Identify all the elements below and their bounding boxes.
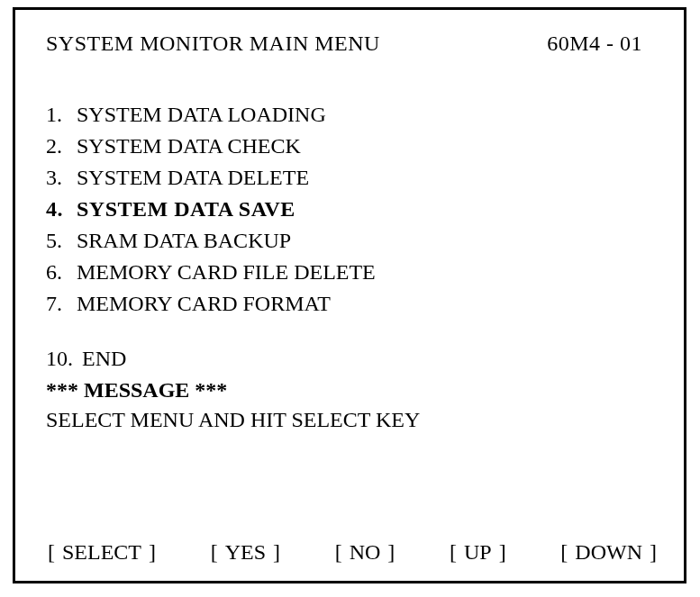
menu-item-system-data-loading[interactable]: 1. SYSTEM DATA LOADING xyxy=(46,103,659,127)
header-row: SYSTEM MONITOR MAIN MENU 60M4 - 01 xyxy=(46,32,659,56)
main-menu-list: 1. SYSTEM DATA LOADING 2. SYSTEM DATA CH… xyxy=(46,103,659,323)
menu-item-number: 3. xyxy=(46,166,77,190)
softkey-yes[interactable]: [ YES ] xyxy=(211,540,280,565)
menu-item-number: 4. xyxy=(46,197,77,222)
menu-item-number: 5. xyxy=(46,229,77,253)
menu-item-sram-data-backup[interactable]: 5. SRAM DATA BACKUP xyxy=(46,229,659,253)
softkey-label: YES xyxy=(223,540,268,564)
menu-item-label: SRAM DATA BACKUP xyxy=(77,229,291,253)
menu-item-number: 1. xyxy=(46,103,77,127)
softkey-down[interactable]: [ DOWN ] xyxy=(560,540,657,565)
menu-item-number: 10. xyxy=(46,347,77,371)
screen-id: 60M4 - 01 xyxy=(547,32,659,56)
softkey-label: DOWN xyxy=(573,540,644,564)
screen-title: SYSTEM MONITOR MAIN MENU xyxy=(46,32,380,56)
softkey-bar: [ SELECT ] [ YES ] [ NO ] [ UP ] [ DOWN … xyxy=(46,537,659,565)
menu-item-label: SYSTEM DATA LOADING xyxy=(77,103,326,127)
menu-item-memory-card-format[interactable]: 7. MEMORY CARD FORMAT xyxy=(46,292,659,316)
menu-item-label: SYSTEM DATA DELETE xyxy=(77,166,309,190)
menu-item-label: END xyxy=(82,347,126,371)
system-monitor-screen: SYSTEM MONITOR MAIN MENU 60M4 - 01 1. SY… xyxy=(13,7,686,583)
softkey-label: UP xyxy=(462,540,494,564)
menu-item-end[interactable]: 10. END xyxy=(46,347,659,371)
menu-item-system-data-save[interactable]: 4. SYSTEM DATA SAVE xyxy=(46,197,659,222)
menu-item-label: SYSTEM DATA SAVE xyxy=(77,197,295,222)
message-header: *** MESSAGE *** xyxy=(46,378,659,403)
menu-item-system-data-check[interactable]: 2. SYSTEM DATA CHECK xyxy=(46,134,659,158)
menu-item-number: 2. xyxy=(46,134,77,158)
softkey-label: NO xyxy=(348,540,383,564)
softkey-select[interactable]: [ SELECT ] xyxy=(48,540,156,565)
menu-item-label: MEMORY CARD FILE DELETE xyxy=(77,260,376,285)
softkey-up[interactable]: [ UP ] xyxy=(450,540,506,565)
menu-item-number: 6. xyxy=(46,260,77,285)
softkey-no[interactable]: [ NO ] xyxy=(335,540,395,565)
spacer xyxy=(46,432,659,537)
menu-item-memory-card-file-delete[interactable]: 6. MEMORY CARD FILE DELETE xyxy=(46,260,659,285)
menu-item-number: 7. xyxy=(46,292,77,316)
message-text: SELECT MENU AND HIT SELECT KEY xyxy=(46,408,659,432)
softkey-label: SELECT xyxy=(60,540,143,564)
menu-item-label: MEMORY CARD FORMAT xyxy=(77,292,331,316)
menu-item-system-data-delete[interactable]: 3. SYSTEM DATA DELETE xyxy=(46,166,659,190)
menu-item-label: SYSTEM DATA CHECK xyxy=(77,134,301,158)
